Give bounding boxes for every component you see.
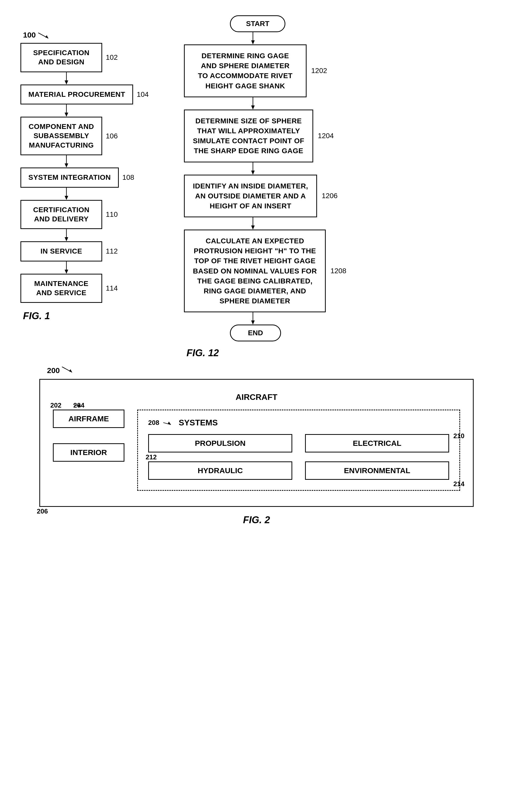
fig2-ref-212: 212 (146, 453, 156, 461)
fig2-environmental-cell: ENVIRONMENTAL 214 (305, 461, 449, 480)
svg-marker-5 (65, 113, 68, 117)
fig1-container: 100 SPECIFICATION AND DESIGN 102 (21, 15, 153, 358)
fig2-ref-202: 202 (50, 401, 61, 409)
svg-marker-7 (65, 164, 68, 168)
fig12-label-1204: 1204 (318, 132, 334, 140)
fig2-right: 208 SYSTEMS PROPULSION (137, 410, 460, 491)
arrow-106-108 (61, 155, 72, 168)
fig2-left: 202 204 AIRFRAME INTERIOR (53, 410, 124, 491)
fig1-box-114: MAINTENANCE AND SERVICE (21, 274, 102, 303)
fig1-row-102: SPECIFICATION AND DESIGN 102 (21, 43, 118, 72)
fig1-label-112: 112 (106, 247, 118, 255)
fig1-label-104: 104 (137, 90, 149, 98)
fig2-content: 202 204 AIRFRAME INTERIOR (53, 410, 460, 491)
arrow-108-110 (61, 188, 72, 200)
fig12-start-row: START (230, 15, 285, 32)
fig1-box-108: SYSTEM INTEGRATION (21, 168, 119, 187)
fig2-ref-210: 210 (454, 432, 464, 440)
top-section: 100 SPECIFICATION AND DESIGN 102 (21, 15, 492, 358)
fig12-caption: FIG. 12 (187, 348, 492, 358)
arrow-1208-end (245, 312, 261, 324)
page: 100 SPECIFICATION AND DESIGN 102 (0, 0, 513, 812)
fig1-label-106: 106 (106, 132, 118, 140)
fig1-label-102: 102 (106, 53, 118, 61)
fig12-box-1208: CALCULATE AN EXPECTED PROTRUSION HEIGHT … (184, 230, 326, 312)
fig12-row-1204: DETERMINE SIZE OF SPHERE THAT WILL APPRO… (184, 110, 334, 163)
fig1-row-112: IN SERVICE 112 (21, 241, 118, 261)
svg-marker-19 (251, 171, 255, 175)
fig2-systems-header: 208 SYSTEMS (148, 418, 449, 428)
fig2-interior-row: INTERIOR (53, 443, 124, 462)
fig1-row-106: COMPONENT AND SUBASSEMBLY MANUFACTURING … (21, 117, 118, 155)
fig1-row-110: CERTIFICATION AND DELIVERY 110 (21, 200, 118, 229)
fig1-box-112: IN SERVICE (21, 241, 102, 261)
fig2-caption: FIG. 2 (39, 515, 474, 525)
fig2-box-environmental: ENVIRONMENTAL (305, 461, 449, 480)
fig2-wrapper: 200 AIRCRAFT 202 204 (39, 379, 474, 525)
fig1-row-104: MATERIAL PROCUREMENT 104 (21, 85, 149, 105)
fig12-label-1206: 1206 (322, 192, 338, 200)
fig12-row-1206: IDENTIFY AN INSIDE DIAMETER, AN OUTSIDE … (184, 175, 338, 218)
arrow-1206-1208 (245, 217, 261, 230)
arrow-110-112 (61, 229, 72, 241)
fig2-ref-arrow (62, 367, 75, 374)
fig1-box-110: CERTIFICATION AND DELIVERY (21, 200, 102, 229)
fig2-aircraft-label: AIRCRAFT (53, 393, 460, 402)
fig1-label-108: 108 (122, 173, 134, 181)
fig12-label-1202: 1202 (311, 67, 327, 75)
fig1-ref-100: 100 (23, 31, 36, 39)
fig2-outer-box: AIRCRAFT 202 204 (39, 379, 474, 507)
fig1-box-102: SPECIFICATION AND DESIGN (21, 43, 102, 72)
fig2-box-interior: INTERIOR (53, 443, 124, 462)
fig12-box-1202: DETERMINE RING GAGE AND SPHERE DIAMETER … (184, 45, 307, 97)
fig2-hydraulic-cell: 212 HYDRAULIC (148, 461, 292, 480)
fig12-start: START (230, 15, 285, 32)
svg-marker-21 (251, 226, 255, 230)
arrow-1202-1204 (245, 97, 261, 110)
fig12-row-1208: CALCULATE AN EXPECTED PROTRUSION HEIGHT … (184, 230, 346, 312)
fig12-end-row: END (230, 324, 281, 341)
fig12-box-1206: IDENTIFY AN INSIDE DIAMETER, AN OUTSIDE … (184, 175, 317, 218)
fig12-label-1208: 1208 (330, 267, 346, 275)
fig12-flowchart: START DETERMINE RING GAGE AND SPHERE DIA… (184, 15, 492, 341)
arrow-start-1202 (245, 32, 261, 45)
fig12-box-1204: DETERMINE SIZE OF SPHERE THAT WILL APPRO… (184, 110, 313, 163)
fig2-box-airframe: AIRFRAME (53, 410, 124, 428)
fig1-label-110: 110 (106, 210, 118, 219)
fig1-row-114: MAINTENANCE AND SERVICE 114 (21, 274, 118, 303)
fig2-electrical-cell: ELECTRICAL 210 (305, 434, 449, 453)
fig1-caption: FIG. 1 (23, 311, 153, 321)
fig2-propulsion-cell: PROPULSION (148, 434, 292, 453)
fig1-label-114: 114 (106, 284, 118, 292)
arrow-112-114 (61, 261, 72, 274)
fig2-box-electrical: ELECTRICAL (305, 434, 449, 453)
fig2-section: 200 AIRCRAFT 202 204 (21, 379, 492, 525)
fig2-systems-ref: 208 (148, 419, 159, 427)
svg-marker-15 (251, 40, 255, 45)
arrow-102-104 (61, 72, 72, 85)
fig2-ref-200: 200 (47, 366, 60, 375)
fig1-ref-arrow (38, 33, 51, 40)
fig12-end: END (230, 324, 281, 341)
fig2-ref-200-row: 200 (47, 366, 75, 375)
fig2-systems-grid: PROPULSION ELECTRICAL 210 212 HYDRAULIC (148, 434, 449, 480)
fig2-box-hydraulic: HYDRAULIC (148, 461, 292, 480)
svg-marker-9 (65, 196, 68, 200)
svg-marker-3 (65, 81, 68, 85)
svg-marker-13 (65, 270, 68, 274)
fig1-row-108: SYSTEM INTEGRATION 108 (21, 168, 134, 187)
fig2-box-propulsion: PROPULSION (148, 434, 292, 453)
fig1-box-104: MATERIAL PROCUREMENT (21, 85, 133, 105)
fig2-204-arrow (73, 401, 85, 408)
fig2-systems-arrow (163, 419, 174, 426)
arrow-1204-1206 (245, 163, 261, 175)
fig12-row-1202: DETERMINE RING GAGE AND SPHERE DIAMETER … (184, 45, 327, 97)
fig2-systems-label: SYSTEMS (178, 418, 218, 428)
fig2-ref-206: 206 (37, 508, 48, 515)
svg-marker-17 (251, 106, 255, 110)
fig2-ref-214: 214 (454, 480, 464, 488)
fig1-flowchart: SPECIFICATION AND DESIGN 102 MATERIAL PR… (21, 43, 153, 303)
fig1-box-106: COMPONENT AND SUBASSEMBLY MANUFACTURING (21, 117, 102, 155)
fig12-container: START DETERMINE RING GAGE AND SPHERE DIA… (153, 15, 492, 358)
svg-marker-1 (45, 35, 48, 38)
